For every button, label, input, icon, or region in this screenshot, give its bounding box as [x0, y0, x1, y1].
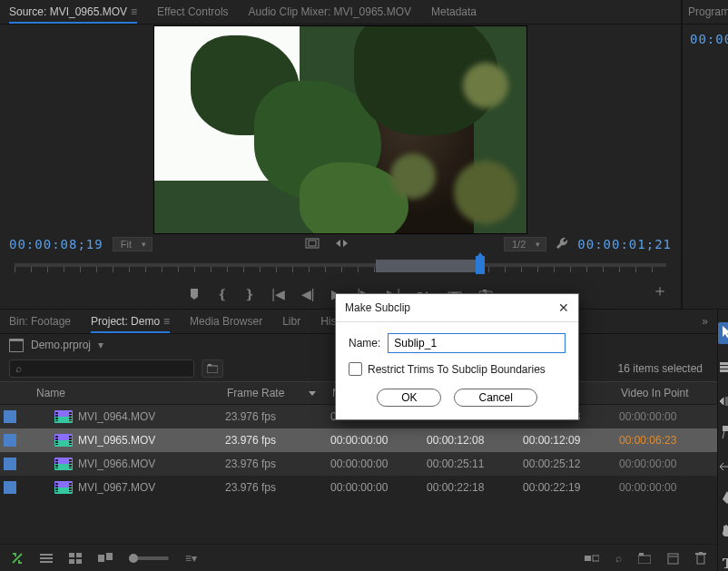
selection-tool[interactable]	[718, 322, 728, 344]
new-item-icon[interactable]	[667, 553, 679, 565]
tab-program[interactable]: Program	[688, 5, 728, 18]
program-timecode[interactable]: 00:00	[690, 32, 728, 46]
tab-libraries[interactable]: Libr	[282, 315, 300, 328]
tab-menu-icon[interactable]: ≡	[163, 315, 170, 328]
svg-rect-18	[106, 553, 113, 560]
dialog-close-button[interactable]: ✕	[558, 300, 569, 315]
col-video-in[interactable]: Video In Point	[621, 387, 717, 399]
subclip-name-input[interactable]	[388, 333, 566, 353]
col-frame-rate[interactable]: Frame Rate	[227, 387, 332, 399]
clip-icon	[54, 410, 73, 423]
tab-project[interactable]: Project: Demo≡	[91, 315, 170, 328]
svg-rect-1	[309, 241, 316, 246]
project-footer: ≡▾ ⌕	[0, 544, 717, 571]
tab-menu-icon[interactable]: ≡	[131, 5, 137, 18]
cell-frame-rate: 23.976 fps	[225, 481, 330, 494]
filter-bin-icon[interactable]	[202, 359, 223, 378]
hand-tool[interactable]	[721, 524, 728, 540]
tab-source-label: Source: MVI_0965.MOV	[9, 5, 127, 18]
cell-media-start: 00:00:00:00	[330, 481, 427, 494]
tab-media-browser[interactable]: Media Browser	[190, 315, 262, 328]
col-name[interactable]: Name	[36, 387, 227, 399]
freeform-view-icon[interactable]	[98, 553, 113, 564]
program-monitor-panel: Program 00:00	[682, 0, 728, 309]
delete-icon[interactable]	[695, 552, 706, 565]
list-view-icon[interactable]	[40, 553, 53, 564]
make-subclip-dialog: Make Subclip ✕ Name: Restrict Trims To S…	[335, 293, 579, 420]
track-select-tool[interactable]	[720, 360, 728, 377]
type-tool[interactable]	[721, 556, 728, 571]
step-back-button[interactable]: ◀|	[301, 287, 315, 301]
timeline-tools	[718, 310, 728, 571]
svg-rect-17	[98, 555, 104, 562]
cell-media-duration: 00:00:22:19	[523, 481, 619, 494]
automate-to-sequence-icon[interactable]	[585, 553, 599, 564]
svg-rect-28	[720, 366, 728, 369]
button-editor-icon[interactable]: ＋	[652, 280, 668, 301]
tab-effect-controls[interactable]: Effect Controls	[157, 5, 228, 18]
pen-tool[interactable]	[721, 491, 728, 507]
new-bin-icon[interactable]	[638, 553, 651, 564]
svg-rect-8	[207, 366, 218, 373]
breadcrumb-chevron-icon[interactable]: ▾	[98, 339, 103, 351]
source-viewport[interactable]	[153, 25, 527, 234]
project-search-input[interactable]: ⌕	[9, 359, 194, 378]
project-breadcrumb[interactable]: Demo.prproj	[31, 339, 91, 351]
bin-icon[interactable]	[9, 339, 24, 352]
svg-rect-15	[69, 559, 74, 564]
cell-name: MVI_0967.MOV	[78, 481, 225, 494]
svg-rect-26	[699, 552, 703, 553]
source-viewport-stage	[0, 25, 681, 234]
find-icon[interactable]: ⌕	[615, 552, 622, 565]
svg-rect-23	[668, 554, 678, 564]
slip-tool[interactable]	[720, 458, 728, 475]
restrict-trims-label: Restrict Trims To Subclip Boundaries	[368, 363, 546, 376]
thumbnail-size-slider[interactable]	[129, 556, 169, 560]
add-marker-button[interactable]	[188, 288, 201, 300]
playhead[interactable]	[476, 256, 485, 274]
tab-source[interactable]: Source: MVI_0965.MOV≡	[9, 5, 137, 18]
rw-toggle-icon[interactable]	[11, 552, 24, 565]
cell-media-duration: 00:00:12:09	[523, 434, 619, 447]
svg-rect-24	[697, 555, 704, 564]
source-scrub-bar[interactable]	[15, 258, 666, 280]
tab-project-label: Project: Demo	[91, 315, 160, 328]
icon-view-icon[interactable]	[69, 553, 82, 564]
svg-rect-30	[723, 426, 728, 431]
table-row[interactable]: MVI_0966.MOV23.976 fps00:00:00:0000:00:2…	[0, 452, 717, 476]
panel-overflow-icon[interactable]: »	[702, 315, 708, 328]
go-to-in-button[interactable]: |◀	[271, 287, 285, 301]
ripple-edit-tool[interactable]	[720, 393, 728, 409]
cell-frame-rate: 23.976 fps	[225, 410, 330, 423]
safe-margins-icon[interactable]	[305, 237, 320, 251]
razor-tool[interactable]	[721, 426, 728, 442]
zoom-fit-dropdown[interactable]: Fit	[113, 237, 152, 251]
table-row[interactable]: MVI_0965.MOV23.976 fps00:00:00:0000:00:1…	[0, 428, 717, 452]
in-out-range[interactable]	[376, 260, 481, 272]
mark-in-button[interactable]: ❴	[217, 287, 228, 301]
insert-overwrite-icon[interactable]	[334, 237, 350, 251]
row-select-indicator	[4, 434, 16, 447]
source-timecode-duration[interactable]: 00:00:01;21	[577, 237, 672, 251]
cancel-button[interactable]: Cancel	[454, 389, 536, 407]
restrict-trims-checkbox[interactable]: Restrict Trims To Subclip Boundaries	[349, 362, 566, 376]
cell-media-end: 00:00:12:08	[427, 434, 523, 447]
source-timecode-in[interactable]: 00:00:08;19	[9, 237, 103, 251]
svg-rect-19	[585, 556, 591, 561]
sort-menu-icon[interactable]: ≡▾	[185, 552, 197, 565]
tab-metadata[interactable]: Metadata	[431, 5, 477, 18]
playback-res-dropdown[interactable]: 1/2	[504, 237, 546, 251]
table-row[interactable]: MVI_0967.MOV23.976 fps00:00:00:0000:00:2…	[0, 476, 717, 499]
svg-rect-22	[639, 553, 644, 556]
dialog-name-label: Name:	[349, 337, 380, 349]
svg-rect-27	[720, 362, 728, 365]
cell-media-end: 00:00:22:18	[427, 481, 523, 494]
mark-out-button[interactable]: ❵	[244, 287, 255, 301]
wrench-settings-icon[interactable]	[556, 237, 568, 252]
tab-bin-footage[interactable]: Bin: Footage	[9, 315, 71, 328]
ok-button[interactable]: OK	[377, 389, 441, 407]
svg-rect-16	[76, 559, 82, 564]
cell-media-duration: 00:00:25:12	[523, 458, 619, 470]
cell-media-start: 00:00:00:00	[330, 458, 427, 470]
tab-audio-mixer[interactable]: Audio Clip Mixer: MVI_0965.MOV	[249, 5, 411, 18]
